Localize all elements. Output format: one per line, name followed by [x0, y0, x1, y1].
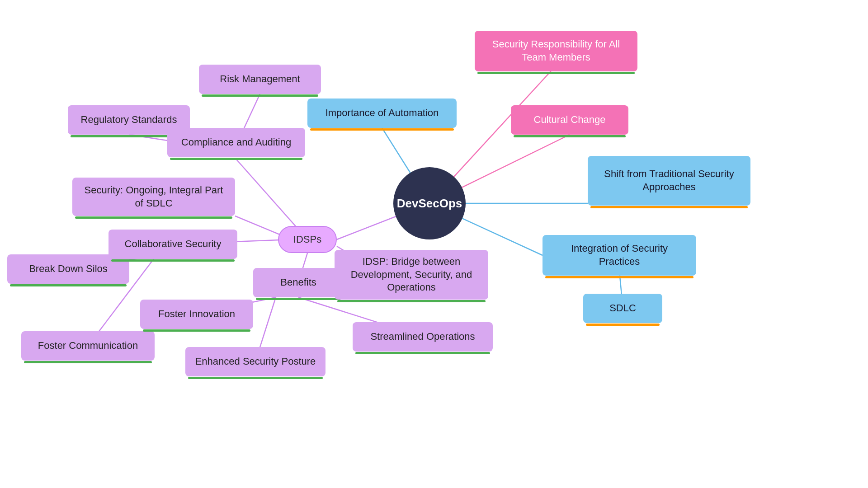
- foster-communication-label: Foster Communication: [38, 339, 138, 352]
- shift-traditional-node: Shift from Traditional Security Approach…: [588, 156, 750, 206]
- center-label: DevSecOps: [397, 197, 462, 211]
- security-responsibility-node: Security Responsibility for All Team Mem…: [475, 31, 637, 71]
- cultural-change-label: Cultural Change: [534, 113, 606, 127]
- benefits-node: Benefits: [253, 268, 344, 297]
- regulatory-standards-label: Regulatory Standards: [81, 113, 177, 127]
- collaborative-security-label: Collaborative Security: [125, 238, 222, 251]
- enhanced-security-label: Enhanced Security Posture: [195, 355, 316, 368]
- benefits-label: Benefits: [280, 276, 316, 289]
- foster-innovation-label: Foster Innovation: [158, 308, 235, 321]
- integration-security-label: Integration of Security Practices: [551, 242, 688, 268]
- integration-security-node: Integration of Security Practices: [542, 235, 696, 276]
- risk-management-label: Risk Management: [220, 73, 300, 86]
- sdlc-node: SDLC: [583, 294, 662, 323]
- compliance-auditing-label: Compliance and Auditing: [181, 136, 291, 149]
- enhanced-security-node: Enhanced Security Posture: [185, 347, 326, 376]
- collaborative-security-node: Collaborative Security: [108, 230, 237, 259]
- streamlined-ops-label: Streamlined Operations: [370, 330, 475, 343]
- foster-innovation-node: Foster Innovation: [140, 300, 253, 329]
- importance-automation-label: Importance of Automation: [326, 107, 439, 120]
- cultural-change-node: Cultural Change: [511, 105, 628, 135]
- idsps-label: IDSPs: [293, 234, 321, 245]
- security-sdlc-node: Security: Ongoing, Integral Part of SDLC: [72, 178, 235, 216]
- idsps-node: IDSPs: [278, 226, 337, 253]
- compliance-auditing-node: Compliance and Auditing: [167, 128, 305, 157]
- devsecops-center: DevSecOps: [393, 167, 466, 239]
- security-responsibility-label: Security Responsibility for All Team Mem…: [483, 38, 629, 64]
- break-down-silos-label: Break Down Silos: [29, 263, 108, 276]
- foster-communication-node: Foster Communication: [21, 331, 155, 361]
- security-sdlc-label: Security: Ongoing, Integral Part of SDLC: [80, 184, 227, 210]
- idsp-bridge-node: IDSP: Bridge between Development, Securi…: [335, 250, 488, 300]
- streamlined-ops-node: Streamlined Operations: [353, 322, 493, 352]
- sdlc-label: SDLC: [609, 302, 636, 315]
- importance-automation-node: Importance of Automation: [307, 99, 457, 128]
- idsp-bridge-label: IDSP: Bridge between Development, Securi…: [343, 255, 480, 294]
- risk-management-node: Risk Management: [199, 65, 321, 94]
- shift-traditional-label: Shift from Traditional Security Approach…: [596, 168, 742, 193]
